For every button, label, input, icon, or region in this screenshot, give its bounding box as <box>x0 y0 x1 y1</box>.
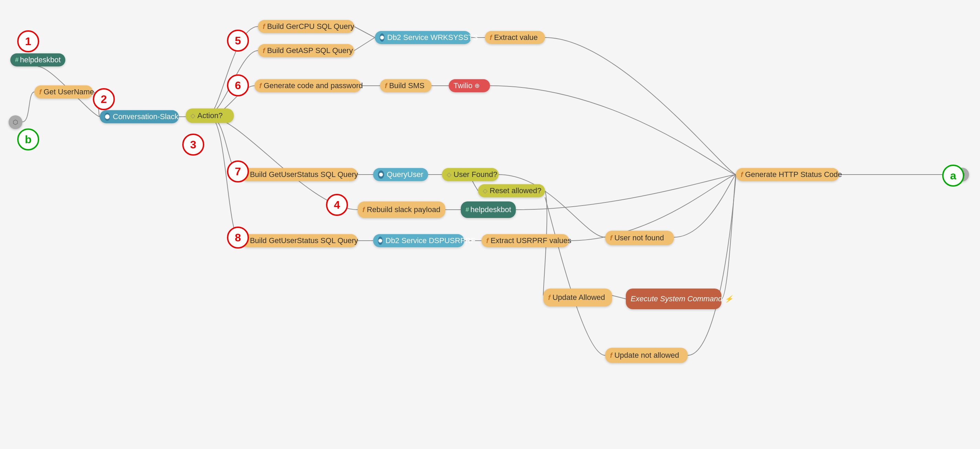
extract-usrprf-node[interactable]: Extract USRPRF values <box>481 234 569 247</box>
helpdeskbot-icon: # <box>15 56 19 64</box>
extract-usrprf-label: Extract USRPRF values <box>491 236 571 245</box>
user-not-found-node[interactable]: User not found <box>605 231 674 245</box>
circle-1: 1 <box>17 30 39 52</box>
update-not-allowed-label: Update not allowed <box>614 351 679 360</box>
build-getasp-label: Build GetASP SQL Query <box>267 46 353 55</box>
action-label: Action? <box>197 111 223 120</box>
helpdeskbot-start-label: helpdeskbot <box>20 56 61 64</box>
get-username-label: Get UserName <box>44 88 94 96</box>
start-icon: ⬡ <box>13 118 18 126</box>
build-sms-label: Build SMS <box>389 81 425 90</box>
queryuser-node[interactable]: QueryUser <box>373 168 428 181</box>
queryuser-icon <box>378 171 384 179</box>
build-getuser2-node[interactable]: Build GetUserStatus SQL Query <box>241 234 358 247</box>
helpdeskbot-4-label: helpdeskbot <box>470 205 511 214</box>
update-allowed-node[interactable]: Update Allowed <box>543 289 612 307</box>
build-sms-node[interactable]: Build SMS <box>380 79 431 92</box>
circle-a: a <box>942 165 964 187</box>
reset-allowed-node[interactable]: Reset allowed? <box>478 184 545 197</box>
build-getasp-node[interactable]: Build GetASP SQL Query <box>258 44 354 57</box>
twilio-node[interactable]: Twilio ⊕ <box>449 79 490 92</box>
helpdeskbot-4-node[interactable]: # helpdeskbot <box>461 201 516 218</box>
db2-dspusrprf-icon <box>378 236 383 245</box>
reset-allowed-label: Reset allowed? <box>490 186 541 195</box>
twilio-label: Twilio <box>453 81 473 90</box>
svg-point-3 <box>378 239 382 243</box>
execute-cmd-node[interactable]: Execute System Command ⚡ <box>626 289 721 309</box>
build-getuser-node[interactable]: Build GetUserStatus SQL Query <box>241 168 358 181</box>
helpdeskbot-4-icon: # <box>466 206 469 214</box>
db2-wrksyssts-node[interactable]: Db2 Service WRKSYSSTS <box>375 31 471 44</box>
extract-value-node[interactable]: Extract value <box>485 31 545 44</box>
svg-point-2 <box>379 173 383 176</box>
circle-7: 7 <box>227 160 249 182</box>
get-username-node[interactable]: Get UserName <box>34 85 93 99</box>
db2-dspusrprf-node[interactable]: Db2 Service DSPUSRPRF <box>373 234 464 247</box>
build-getcpu-label: Build GerCPU SQL Query <box>267 22 355 31</box>
generate-code-node[interactable]: Generate code and password <box>255 79 361 92</box>
svg-point-1 <box>380 35 384 39</box>
user-not-found-label: User not found <box>614 233 664 243</box>
execute-cmd-label: Execute System Command <box>631 294 722 304</box>
circle-6: 6 <box>227 74 249 96</box>
extract-value-label: Extract value <box>494 33 538 42</box>
start-endpoint[interactable]: ⬡ <box>9 115 22 129</box>
rebuild-slack-label: Rebuild slack payload <box>367 205 441 214</box>
db2-icon <box>380 34 385 42</box>
exec-icon: ⚡ <box>724 295 733 303</box>
db2-dspusrprf-label: Db2 Service DSPUSRPRF <box>385 236 476 245</box>
circle-3: 3 <box>182 134 204 156</box>
svg-point-0 <box>105 114 109 119</box>
circle-8: 8 <box>227 227 249 249</box>
twilio-icon: ⊕ <box>474 82 480 89</box>
rebuild-slack-node[interactable]: Rebuild slack payload <box>358 201 445 218</box>
circle-b: b <box>17 128 39 150</box>
slack-icon <box>105 113 110 121</box>
build-getuser2-label: Build GetUserStatus SQL Query <box>250 236 358 245</box>
queryuser-label: QueryUser <box>387 170 423 179</box>
conversation-slack-label: Conversation-Slack <box>113 112 178 121</box>
generate-code-label: Generate code and password <box>264 81 363 90</box>
user-found-node[interactable]: User Found? <box>442 168 499 181</box>
helpdeskbot-start-node[interactable]: # helpdeskbot <box>10 53 65 66</box>
circle-5: 5 <box>227 30 249 52</box>
action-decision-node[interactable]: Action? <box>186 109 234 123</box>
db2-wrksyssts-label: Db2 Service WRKSYSSTS <box>387 33 478 42</box>
update-not-allowed-node[interactable]: Update not allowed <box>605 348 688 363</box>
build-getuser-label: Build GetUserStatus SQL Query <box>250 170 358 179</box>
generate-http-label: Generate HTTP Status Code <box>745 170 842 179</box>
build-getcpu-node[interactable]: Build GerCPU SQL Query <box>258 20 354 33</box>
generate-http-node[interactable]: Generate HTTP Status Code <box>736 168 839 181</box>
conversation-slack-node[interactable]: Conversation-Slack <box>100 110 179 123</box>
circle-4: 4 <box>326 194 348 216</box>
update-allowed-label: Update Allowed <box>553 293 605 302</box>
circle-2: 2 <box>93 88 115 110</box>
user-found-label: User Found? <box>453 170 497 179</box>
